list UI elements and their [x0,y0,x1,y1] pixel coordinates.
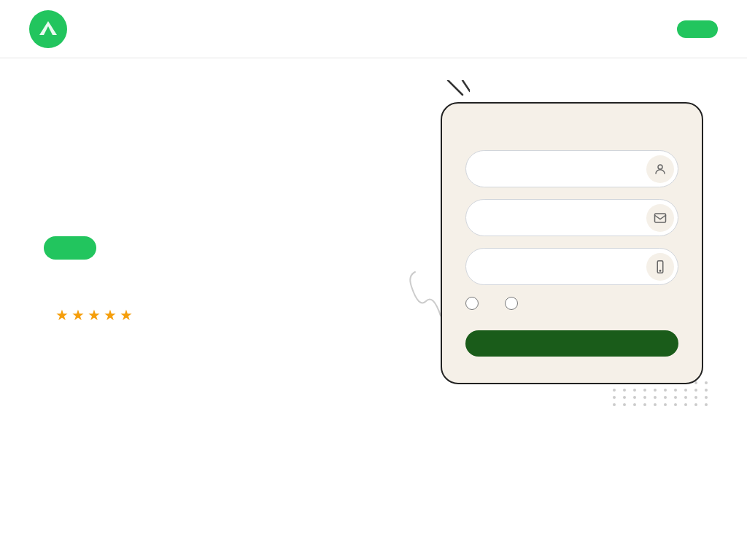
person-icon [646,155,674,183]
quote-form-card [441,102,703,384]
get-started-button[interactable] [44,236,96,260]
rating-detail: ★ ★ ★ ★ ★ [55,303,133,324]
radio-virtual[interactable] [465,297,484,310]
dots-decoration: const dotsContainer = document.querySele… [613,381,711,406]
radio-virtual-input[interactable] [465,297,479,310]
star-5: ★ [120,306,133,324]
star-4: ★ [104,306,117,324]
navbar [0,0,747,58]
main-content: ★ ★ ★ ★ ★ [0,58,747,560]
radio-inoffice[interactable] [505,297,524,310]
logo-icon [29,10,67,48]
phone-input-group [465,248,678,285]
radio-inoffice-input[interactable] [505,297,518,310]
svg-line-3 [462,80,470,91]
name-input-group [465,150,678,187]
signup-button[interactable] [677,20,718,38]
email-input-group [465,199,678,236]
star-2: ★ [71,306,85,324]
star-3: ★ [88,306,101,324]
rating-section: ★ ★ ★ ★ ★ [44,303,411,324]
radio-group [465,297,678,310]
nav-auth [662,20,718,38]
hero-section: ★ ★ ★ ★ ★ [44,102,411,324]
quote-form-container: const dotsContainer = document.querySele… [441,102,703,384]
email-icon [646,204,674,232]
svg-rect-5 [655,214,666,222]
star-1: ★ [55,306,69,324]
svg-point-7 [659,270,661,271]
hero-title [44,117,411,210]
star-rating: ★ ★ ★ ★ ★ [55,306,133,324]
logo-link[interactable] [29,10,74,48]
svg-line-2 [448,80,462,95]
svg-point-4 [658,165,662,169]
submit-button[interactable] [465,330,678,357]
phone-icon [646,253,674,281]
